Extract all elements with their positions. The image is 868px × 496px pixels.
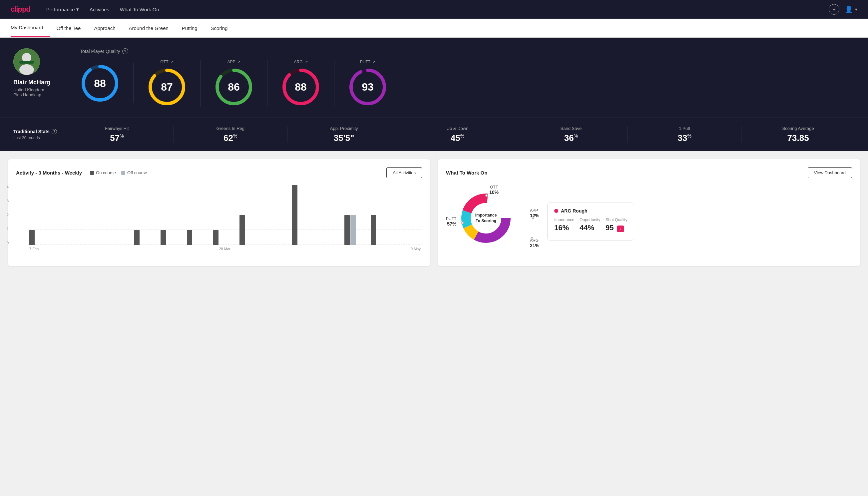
ott-dot (485, 194, 488, 197)
putt-dot (461, 221, 464, 224)
svg-point-1 (22, 53, 31, 62)
bar-chart-wrapper: 4 3 2 1 0 (16, 185, 422, 251)
bar-group (134, 230, 158, 245)
bar-dark (371, 215, 376, 245)
info-card-title: ARG Rough (554, 208, 627, 214)
donut-center: ImportanceTo Scoring (475, 213, 497, 224)
player-handicap: Plus Handicap (13, 92, 41, 97)
score-app: APP 86 (201, 60, 267, 107)
wtwon-title: What To Work On (446, 170, 487, 175)
score-ott: OTT 87 (133, 60, 201, 107)
donut-chart: ImportanceTo Scoring (459, 191, 512, 245)
app-label: APP (214, 60, 254, 64)
stats-sublabel: Last 20 rounds (13, 136, 60, 140)
on-course-dot (90, 171, 94, 175)
metric-opportunity: Opportunity 44% (580, 218, 600, 232)
stat-sand-save: Sand Save 36% (514, 126, 628, 143)
user-icon: 👤 (845, 5, 853, 13)
app-dot (532, 217, 534, 219)
putt-label: PUTT (348, 60, 388, 64)
bottom-grid: Activity - 3 Months - Weekly On course O… (0, 151, 868, 274)
bar-light (350, 215, 356, 245)
nav-links: Performance ▾ Activities What To Work On (46, 6, 159, 12)
activity-legend: On course Off course (90, 170, 147, 175)
help-icon[interactable]: ? (52, 129, 57, 134)
bar-group (160, 230, 184, 245)
bar-group (371, 215, 394, 245)
bar-group (29, 230, 53, 245)
info-card-dot (554, 209, 558, 213)
metric-shot-quality: Shot Quality 95 ↓ (605, 218, 627, 232)
info-card: ARG Rough Importance 16% Opportunity 44%… (547, 203, 634, 241)
all-activities-button[interactable]: All Activities (386, 167, 422, 178)
score-app-value: 86 (228, 81, 240, 93)
what-to-work-on-card: What To Work On View Dashboard OTT 10% A… (438, 159, 860, 266)
metric-importance: Importance 16% (554, 218, 574, 232)
traditional-stats-label: Traditional Stats ? (13, 129, 60, 134)
score-putt-value: 93 (362, 81, 374, 93)
bar-dark (134, 230, 140, 245)
legend-off-course: Off course (121, 170, 147, 175)
bar-group (213, 230, 237, 245)
activity-card: Activity - 3 Months - Weekly On course O… (8, 159, 430, 266)
stats-label-group: Traditional Stats ? Last 20 rounds (13, 129, 60, 140)
tab-approach[interactable]: Approach (87, 19, 122, 37)
ring-ott: 87 (147, 67, 187, 107)
activity-card-title: Activity - 3 Months - Weekly (16, 170, 82, 175)
stat-fairways-hit: Fairways Hit 57% (60, 126, 174, 143)
score-arg: ARG 88 (267, 60, 334, 107)
help-icon[interactable]: ? (122, 48, 128, 54)
trend-icon (170, 60, 174, 64)
bar-dark (344, 215, 350, 245)
player-country: United Kingdom (13, 87, 44, 92)
add-button[interactable]: + (829, 4, 839, 15)
tab-bar: My Dashboard Off the Tee Approach Around… (0, 19, 868, 37)
info-metrics: Importance 16% Opportunity 44% Shot Qual… (554, 218, 627, 232)
bar-dark (187, 230, 192, 245)
nav-performance[interactable]: Performance ▾ (46, 6, 79, 12)
ring-app: 86 (214, 67, 254, 107)
stats-row: Traditional Stats ? Last 20 rounds Fairw… (0, 118, 868, 151)
bar-chart: 7 Feb 28 Mar 9 May (28, 185, 422, 251)
user-menu[interactable]: 👤 ▾ (845, 5, 857, 13)
hero-section: Blair McHarg United Kingdom Plus Handica… (0, 37, 868, 118)
ring-arg: 88 (281, 67, 321, 107)
nav-activities[interactable]: Activities (90, 7, 109, 12)
svg-point-2 (19, 64, 34, 75)
putt-ext-label: PUTT 57% (446, 217, 456, 227)
score-arg-value: 88 (295, 81, 307, 93)
chart-x-labels: 7 Feb 28 Mar 9 May (28, 247, 422, 251)
flag-badge: ↓ (617, 226, 624, 232)
nav-right: + 👤 ▾ (829, 4, 857, 15)
view-dashboard-button[interactable]: View Dashboard (808, 167, 852, 178)
tab-around-the-green[interactable]: Around the Green (122, 19, 175, 37)
trend-icon (372, 60, 375, 64)
bar-group (187, 230, 210, 245)
ott-label: OTT (147, 60, 187, 64)
tab-scoring[interactable]: Scoring (204, 19, 235, 37)
player-name: Blair McHarg (13, 79, 50, 86)
bar-dark (239, 215, 245, 245)
stat-up-down: Up & Down 45% (401, 126, 514, 143)
arg-label: ARG (281, 60, 321, 64)
bar-group (344, 215, 368, 245)
bar-group (292, 185, 316, 245)
top-nav: clippd Performance ▾ Activities What To … (0, 0, 868, 19)
score-total-value: 88 (94, 77, 106, 90)
chevron-down-icon: ▾ (76, 6, 79, 12)
nav-what-to-work-on[interactable]: What To Work On (120, 7, 159, 12)
scores-section: Total Player Quality ? 88 (80, 48, 855, 107)
tab-my-dashboard[interactable]: My Dashboard (11, 19, 50, 37)
tab-putting[interactable]: Putting (175, 19, 204, 37)
bar-dark (213, 230, 219, 245)
score-putt: PUTT 93 (334, 60, 401, 107)
total-player-quality-label: Total Player Quality ? (80, 48, 855, 54)
stat-greens-in-reg: Greens In Reg 62% (174, 126, 287, 143)
tab-off-the-tee[interactable]: Off the Tee (50, 19, 88, 37)
score-total: 88 (80, 63, 133, 103)
off-course-dot (121, 171, 125, 175)
legend-on-course: On course (90, 170, 116, 175)
logo: clippd (11, 5, 30, 14)
avatar (13, 48, 40, 75)
wtwon-card-header: What To Work On View Dashboard (446, 167, 852, 178)
